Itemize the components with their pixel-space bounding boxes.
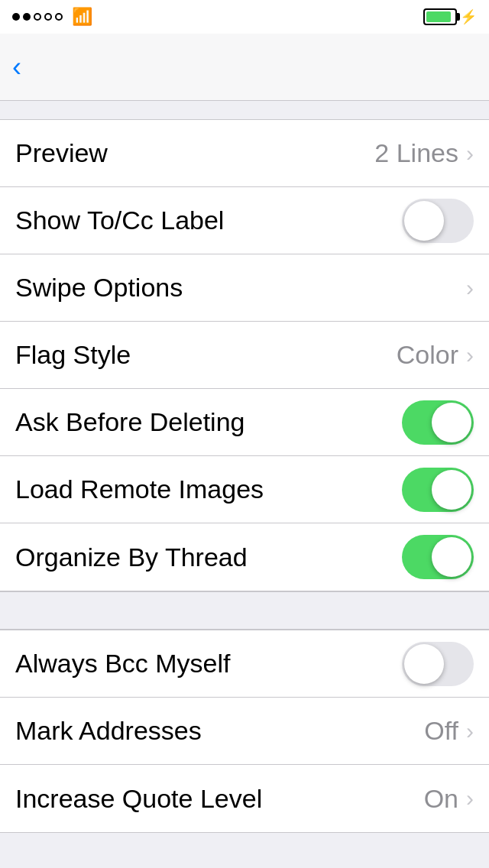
row-right-ask-before-deleting [402,400,474,445]
row-label-mark-addresses: Mark Addresses [15,716,202,746]
signal-dot-5 [55,13,63,21]
toggle-switch[interactable] [402,642,474,686]
settings-row-mark-addresses[interactable]: Mark AddressesOff› [0,698,489,765]
row-value-mark-addresses: Off [424,716,458,746]
battery-container: ⚡ [423,8,477,25]
settings-row-show-to-cc: Show To/Cc Label [0,187,489,254]
toggle-switch[interactable] [402,400,474,445]
battery-fill [426,11,451,22]
row-right-load-remote-images [402,468,474,512]
status-left: 📶 [12,7,92,27]
row-label-swipe-options: Swipe Options [15,273,183,303]
wifi-icon: 📶 [72,7,92,27]
status-bar: 📶 ⚡ [0,0,489,34]
row-value-preview: 2 Lines [374,138,458,168]
settings-group-1: Preview2 Lines›Show To/Cc LabelSwipe Opt… [0,119,489,591]
signal-dots [12,13,63,21]
toggle-knob [404,644,444,684]
toggle-knob [432,403,471,442]
row-label-organize-by-thread: Organize By Thread [15,542,248,572]
row-right-preview: 2 Lines› [374,138,474,168]
settings-row-swipe-options[interactable]: Swipe Options› [0,254,489,322]
settings-row-load-remote-images: Load Remote Images [0,456,489,523]
row-label-always-bcc-myself: Always Bcc Myself [15,649,231,679]
row-label-show-to-cc: Show To/Cc Label [15,206,224,235]
row-value-increase-quote-level: On [424,784,458,814]
battery-icon [423,8,457,25]
chevron-right-icon: › [466,141,474,167]
section-gap [0,591,489,630]
toggle-switch[interactable] [402,199,474,243]
status-right: ⚡ [423,8,477,25]
row-right-show-to-cc [402,199,474,243]
settings-row-organize-by-thread: Organize By Thread [0,523,489,591]
settings-row-flag-style[interactable]: Flag StyleColor› [0,322,489,389]
row-label-preview: Preview [15,138,108,168]
toggle-switch[interactable] [402,535,474,579]
settings-row-increase-quote-level[interactable]: Increase Quote LevelOn› [0,765,489,832]
section-header-mail [0,101,489,119]
chevron-right-icon: › [466,342,474,368]
row-right-mark-addresses: Off› [424,716,474,746]
row-right-swipe-options: › [466,275,474,301]
row-label-ask-before-deleting: Ask Before Deleting [15,407,245,437]
settings-group-2: Always Bcc MyselfMark AddressesOff›Incre… [0,630,489,833]
row-label-load-remote-images: Load Remote Images [15,474,264,504]
settings-row-preview[interactable]: Preview2 Lines› [0,120,489,187]
toggle-switch[interactable] [402,468,474,512]
chevron-right-icon: › [466,275,474,301]
nav-bar: ‹ [0,34,489,101]
signal-dot-4 [44,13,52,21]
chevron-right-icon: › [466,785,474,811]
row-right-increase-quote-level: On› [424,784,474,814]
settings-row-always-bcc-myself: Always Bcc Myself [0,630,489,698]
chevron-right-icon: › [466,718,474,744]
toggle-knob [432,537,471,577]
signal-dot-1 [12,13,20,21]
row-right-organize-by-thread [402,535,474,579]
back-button[interactable]: ‹ [12,53,24,81]
row-label-flag-style: Flag Style [15,340,131,370]
signal-dot-2 [23,13,31,21]
row-value-flag-style: Color [397,340,458,370]
row-right-flag-style: Color› [397,340,474,370]
settings-row-ask-before-deleting: Ask Before Deleting [0,389,489,456]
toggle-knob [432,470,471,510]
charge-icon: ⚡ [460,8,477,25]
toggle-knob [404,201,444,241]
row-right-always-bcc-myself [402,642,474,686]
row-label-increase-quote-level: Increase Quote Level [15,784,262,814]
back-chevron-icon: ‹ [12,53,21,81]
signal-dot-3 [34,13,41,21]
